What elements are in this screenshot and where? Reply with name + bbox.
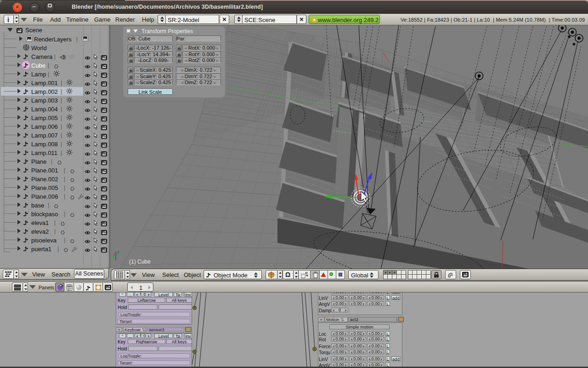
svg-text:x: x — [113, 252, 116, 257]
svg-text:z: z — [117, 250, 119, 254]
svg-text:(1) Cube: (1) Cube — [129, 259, 151, 265]
